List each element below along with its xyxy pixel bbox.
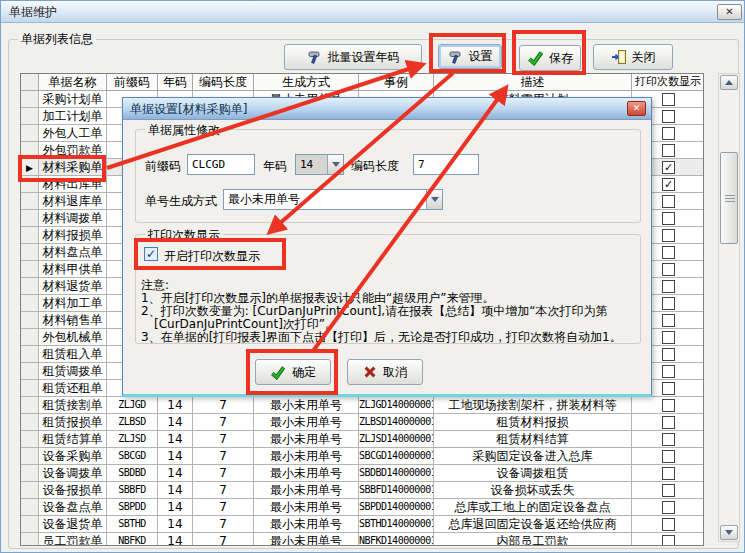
print-count-row-checkbox[interactable]: [662, 246, 675, 259]
print-count-row-checkbox[interactable]: [662, 144, 675, 157]
print-count-row-checkbox[interactable]: [662, 93, 675, 106]
print-count-row-checkbox[interactable]: [662, 467, 675, 480]
row-selector-cell[interactable]: [21, 278, 39, 295]
row-selector-cell[interactable]: [21, 91, 39, 108]
header-code-length[interactable]: 编码长度: [193, 74, 254, 91]
row-selector-cell[interactable]: [21, 397, 39, 414]
header-print-count[interactable]: 打印次数显示: [632, 74, 704, 91]
year-combobox[interactable]: 14: [295, 154, 344, 175]
row-selector-cell[interactable]: [21, 482, 39, 499]
table-row[interactable]: 设备退货单SBTHD147最小未用单号SBTHD140000001总库退回固定设…: [21, 516, 703, 533]
dialog-close-button[interactable]: ✕: [627, 101, 646, 116]
table-row[interactable]: 设备调拨单SBDBD147最小未用单号SBDBD140000001设备调拨租赁: [21, 465, 703, 482]
row-selector-cell[interactable]: [21, 346, 39, 363]
row-selector-cell[interactable]: [21, 414, 39, 431]
annotation-box-ok: [246, 349, 338, 395]
row-selector-cell[interactable]: [21, 261, 39, 278]
header-prefix[interactable]: 前缀码: [107, 74, 158, 91]
print-count-row-checkbox[interactable]: [662, 348, 675, 361]
cell-name: 外包人工单: [39, 125, 107, 142]
cell-len: 7: [193, 414, 254, 431]
print-count-row-checkbox[interactable]: [662, 535, 675, 546]
header-year[interactable]: 年码: [158, 74, 193, 91]
print-count-row-checkbox[interactable]: [662, 229, 675, 242]
row-selector-cell[interactable]: [21, 533, 39, 546]
print-count-row-checkbox[interactable]: [662, 331, 675, 344]
row-selector-cell[interactable]: [21, 448, 39, 465]
header-name[interactable]: 单据名称: [39, 74, 107, 91]
row-selector-cell[interactable]: [21, 108, 39, 125]
print-count-row-checkbox[interactable]: [662, 433, 675, 446]
row-selector-cell[interactable]: [21, 210, 39, 227]
row-selector-cell[interactable]: [21, 329, 39, 346]
prefix-input[interactable]: CLCGD: [187, 154, 255, 175]
print-count-row-checkbox[interactable]: [662, 195, 675, 208]
table-row[interactable]: 租赁接割单ZLJGD147最小未用单号ZLJGD140000001工地现场接割架…: [21, 397, 703, 414]
print-count-row-checkbox[interactable]: [662, 365, 675, 378]
cell-name: 材料甲供单: [39, 261, 107, 278]
window-close-button[interactable]: ✕: [717, 4, 742, 20]
row-selector-cell[interactable]: [21, 193, 39, 210]
table-row[interactable]: 租赁报损单ZLBSD147最小未用单号ZLBSD140000001租赁材料报损: [21, 414, 703, 431]
close-button[interactable]: 关闭: [593, 44, 673, 70]
row-selector-cell[interactable]: [21, 363, 39, 380]
row-selector-cell[interactable]: [21, 431, 39, 448]
row-selector-cell[interactable]: [21, 244, 39, 261]
note-line-3: 3、在单据的[打印报表]界面下点击【打印】后，无论是否打印成功，打印次数将自动加…: [141, 329, 622, 346]
print-count-row-checkbox[interactable]: [662, 501, 675, 514]
row-selector-cell[interactable]: [21, 227, 39, 244]
cell-desc: 租赁材料结算: [434, 431, 632, 448]
print-count-row-checkbox[interactable]: [662, 212, 675, 225]
print-count-row-checkbox[interactable]: [662, 382, 675, 395]
print-count-row-checkbox[interactable]: [662, 399, 675, 412]
scroll-down-button[interactable]: [720, 525, 738, 540]
table-row[interactable]: 设备盘点单SBPDD147最小未用单号SBPDD140000001总库或工地上的…: [21, 499, 703, 516]
cell-name: 租赁报损单: [39, 414, 107, 431]
row-selector-cell[interactable]: [21, 516, 39, 533]
batch-set-year-button[interactable]: 批量设置年码: [284, 44, 422, 70]
print-count-row-checkbox[interactable]: [662, 484, 675, 497]
print-count-row-checkbox[interactable]: [662, 450, 675, 463]
code-length-input[interactable]: 7: [413, 154, 479, 175]
header-example[interactable]: 事例: [359, 74, 434, 91]
row-selector-cell[interactable]: [21, 499, 39, 516]
print-count-row-checkbox[interactable]: [662, 297, 675, 310]
row-selector-cell[interactable]: [21, 295, 39, 312]
print-count-row-checkbox[interactable]: ✓: [662, 161, 675, 174]
table-row[interactable]: 员工罚款单NBFKD147最小未用单号NBFKD140000001内部员工罚款: [21, 533, 703, 546]
cell-len: 7: [193, 499, 254, 516]
cell-name: 租赁调拨单: [39, 363, 107, 380]
cell-prefix: SBTHD: [107, 516, 158, 533]
generation-combobox[interactable]: 最小未用单号: [223, 189, 443, 210]
cell-name: 材料调拨单: [39, 210, 107, 227]
print-count-row-checkbox[interactable]: [662, 518, 675, 531]
print-count-row-checkbox[interactable]: ✓: [662, 178, 675, 191]
table-row[interactable]: 租赁结算单ZLJSD147最小未用单号ZLJSD140000001租赁材料结算: [21, 431, 703, 448]
scrollbar-thumb[interactable]: [720, 152, 738, 244]
cell-example: SBPDD140000001: [359, 499, 434, 516]
print-count-row-checkbox[interactable]: [662, 280, 675, 293]
row-selector-cell[interactable]: [21, 312, 39, 329]
print-count-row-checkbox[interactable]: [662, 127, 675, 140]
cell-name: 租赁还租单: [39, 380, 107, 397]
row-selector-cell[interactable]: [21, 380, 39, 397]
cancel-button[interactable]: 取消: [347, 359, 423, 385]
cell-example: ZLJGD140000001: [359, 397, 434, 414]
row-selector-cell[interactable]: [21, 465, 39, 482]
print-count-row-checkbox[interactable]: [662, 314, 675, 327]
scroll-up-button[interactable]: [720, 75, 738, 90]
combo-arrow-icon[interactable]: [426, 190, 442, 209]
combo-arrow-icon[interactable]: [327, 155, 343, 174]
print-count-row-checkbox[interactable]: [662, 110, 675, 123]
print-count-row-checkbox[interactable]: [662, 263, 675, 276]
cell-name: 材料盘点单: [39, 244, 107, 261]
window-titlebar[interactable]: 单据维护 ✕: [1, 1, 745, 23]
table-row[interactable]: 设备采购单SBCGD147最小未用单号SBCGD140000001采购固定设备进…: [21, 448, 703, 465]
print-count-row-checkbox[interactable]: [662, 416, 675, 429]
table-row[interactable]: 设备报损单SBBFD147最小未用单号SBBFD140000001设备损坏或丢失: [21, 482, 703, 499]
dialog-titlebar[interactable]: 单据设置[材料采购单] ✕: [123, 98, 651, 120]
row-selector-cell[interactable]: [21, 125, 39, 142]
vertical-scrollbar[interactable]: [718, 73, 740, 542]
header-description[interactable]: 描述: [434, 74, 632, 91]
header-generation[interactable]: 生成方式: [254, 74, 359, 91]
